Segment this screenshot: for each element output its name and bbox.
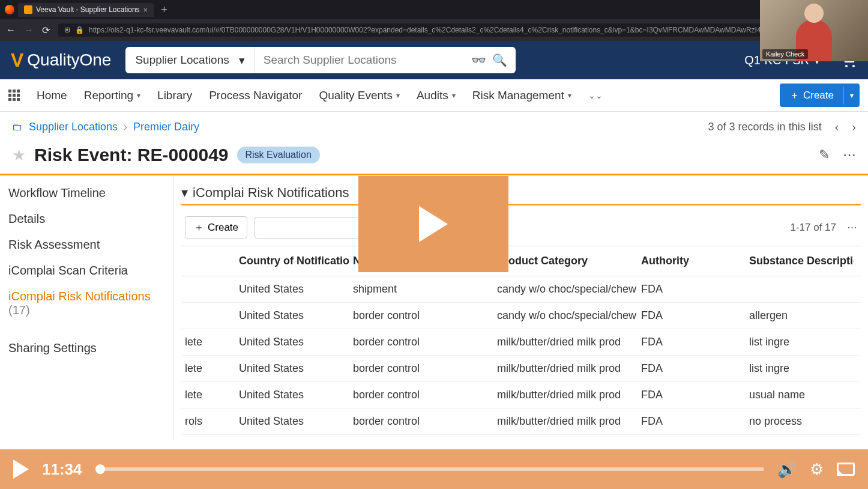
table-cell: United States xyxy=(235,276,349,302)
table-cell xyxy=(181,309,235,323)
status-badge: Risk Evaluation xyxy=(237,147,320,163)
table-row[interactable]: leteUnited Statesborder controlmilk/butt… xyxy=(181,329,861,356)
table-row[interactable]: rolsUnited Statesborder controlmilk/butt… xyxy=(181,409,861,435)
table-cell: FDA xyxy=(637,303,746,329)
edit-icon[interactable]: ✎ xyxy=(819,147,830,163)
nav-quality-events[interactable]: Quality Events▾ xyxy=(319,89,400,102)
nav-audits[interactable]: Audits▾ xyxy=(417,89,456,102)
nav-library[interactable]: Library xyxy=(157,89,192,102)
brand-label: QualityOne xyxy=(27,50,111,70)
lock-icon: 🔒 xyxy=(75,26,84,34)
volume-icon[interactable]: 🔊 xyxy=(777,460,797,479)
browser-tab[interactable]: Veeva Vault - Supplier Locations × xyxy=(18,3,154,17)
table-cell: milk/butter/dried milk prod xyxy=(493,382,637,408)
table-cell: no process xyxy=(746,435,854,440)
sidebar-item-risk-notifications[interactable]: iComplai Risk Notifications (17) xyxy=(0,284,173,323)
table-cell: lete xyxy=(181,382,235,408)
table-row[interactable]: leteUnited Statesborder controlmilk/butt… xyxy=(181,382,861,409)
search-icon[interactable]: 🔍 xyxy=(492,53,507,67)
nav-reporting[interactable]: Reporting▾ xyxy=(84,89,140,102)
table-cell: usual name xyxy=(746,382,854,408)
col-0[interactable] xyxy=(181,253,235,270)
breadcrumb-leaf[interactable]: Premier Dairy xyxy=(133,121,199,133)
table-cell: FDA xyxy=(637,356,746,381)
col-authority[interactable]: Authority xyxy=(637,246,746,276)
sidebar-item-workflow-timeline[interactable]: Workflow Timeline xyxy=(0,180,173,206)
sidebar-item-scan-criteria[interactable]: iComplai Scan Criteria xyxy=(0,258,173,284)
svg-point-0 xyxy=(845,65,848,67)
pager-label: 1-17 of 17 xyxy=(790,222,836,234)
back-button[interactable]: ← xyxy=(6,25,16,35)
col-product-category[interactable]: Product Category xyxy=(493,246,637,276)
scrubber-knob[interactable] xyxy=(95,464,105,474)
app-switcher-icon[interactable] xyxy=(8,90,20,101)
section-create-button[interactable]: ＋Create xyxy=(185,216,247,238)
caret-down-icon: ▾ xyxy=(452,91,456,100)
sidebar-item-sharing-settings[interactable]: Sharing Settings xyxy=(0,335,173,361)
table-cell: FDA xyxy=(637,409,746,434)
chevron-right-icon: › xyxy=(124,121,127,133)
nav-home[interactable]: Home xyxy=(37,89,67,102)
table-row[interactable]: United Statesshipmentcandy w/o choc/spec… xyxy=(181,276,861,303)
table-cell xyxy=(746,283,854,296)
nav-process-navigator[interactable]: Process Navigator xyxy=(209,89,302,102)
table-cell xyxy=(181,283,235,296)
table-cell: candy w/o choc/special/chew gum xyxy=(493,276,637,302)
presenter-name: Kailey Check xyxy=(762,49,808,59)
table-cell: milk/butter/dried milk prod xyxy=(493,409,637,434)
sidebar-item-details[interactable]: Details xyxy=(0,206,173,232)
table-row[interactable]: leteUnited Statesborder controlmilk/butt… xyxy=(181,356,861,382)
record-sidebar: Workflow Timeline Details Risk Assessmen… xyxy=(0,175,174,440)
video-play-overlay[interactable] xyxy=(358,176,508,272)
binoculars-icon[interactable]: 👓 xyxy=(471,53,486,67)
search-context-selector[interactable]: Supplier Locations ▾ xyxy=(125,47,255,73)
table-cell: milk/butter/dried milk prod xyxy=(493,356,637,381)
more-actions-icon[interactable]: ⋯ xyxy=(843,147,856,163)
global-search-input[interactable] xyxy=(264,53,466,67)
cast-icon[interactable] xyxy=(837,463,855,476)
section-title: iComplai Risk Notifications xyxy=(193,185,349,201)
col-substance[interactable]: Substance Description xyxy=(746,246,854,276)
logo-v-icon: V xyxy=(11,49,23,71)
url-bar[interactable]: ⛨🔒 https://ols2-q1-kc-fsr.veevavault.com… xyxy=(58,23,830,37)
forward-button: → xyxy=(24,25,34,35)
plus-icon: ＋ xyxy=(194,220,204,234)
video-controls: 11:34 🔊 ⚙ xyxy=(0,449,868,489)
table-cell: shipment xyxy=(349,276,493,302)
record-title: Risk Event: RE-000049 xyxy=(34,145,229,165)
tab-close-icon[interactable]: × xyxy=(143,5,148,14)
table-row[interactable]: United Statesborder controlcandy w/o cho… xyxy=(181,303,861,329)
settings-gear-icon[interactable]: ⚙ xyxy=(810,460,824,479)
nav-more-icon[interactable]: ⌄⌄ xyxy=(588,91,603,100)
table-cell: United States xyxy=(235,356,349,381)
play-icon xyxy=(419,206,448,242)
col-country[interactable]: Country of Notification xyxy=(235,246,349,276)
sidebar-item-risk-assessment[interactable]: Risk Assessment xyxy=(0,232,173,258)
table-cell: FDA xyxy=(637,435,746,440)
collapse-toggle-icon[interactable]: ▾ xyxy=(181,185,188,201)
caret-down-icon: ▾ xyxy=(137,91,140,100)
new-tab-button[interactable]: + xyxy=(157,4,171,16)
create-dropdown-icon[interactable]: ▾ xyxy=(843,87,860,105)
breadcrumb-root[interactable]: Supplier Locations xyxy=(29,121,118,133)
next-record-icon[interactable]: › xyxy=(852,120,856,134)
table-cell: rols xyxy=(181,435,235,440)
app-logo[interactable]: V QualityOne xyxy=(11,49,111,71)
table-cell: candy w/o choc/special/chew gum xyxy=(493,303,637,329)
nav-risk-management[interactable]: Risk Management▾ xyxy=(472,89,571,102)
table-cell: milk/butter/dried milk prod xyxy=(493,435,637,440)
video-scrubber[interactable] xyxy=(95,467,765,471)
reload-button[interactable]: ⟳ xyxy=(42,25,50,36)
prev-record-icon[interactable]: ‹ xyxy=(835,120,839,134)
shield-icon: ⛨ xyxy=(64,26,71,34)
favorite-star-icon[interactable]: ★ xyxy=(12,146,26,165)
table-cell: United States xyxy=(235,303,349,329)
table-row[interactable]: rolsUnited Statesborder controlmilk/butt… xyxy=(181,435,861,440)
table-cell: border control xyxy=(349,303,493,329)
table-cell: United States xyxy=(235,382,349,408)
video-play-button[interactable] xyxy=(13,460,29,479)
table-cell: lete xyxy=(181,356,235,381)
table-cell: FDA xyxy=(637,382,746,408)
global-create-button[interactable]: ＋Create ▾ xyxy=(780,84,860,107)
section-more-icon[interactable]: ⋯ xyxy=(847,221,857,234)
